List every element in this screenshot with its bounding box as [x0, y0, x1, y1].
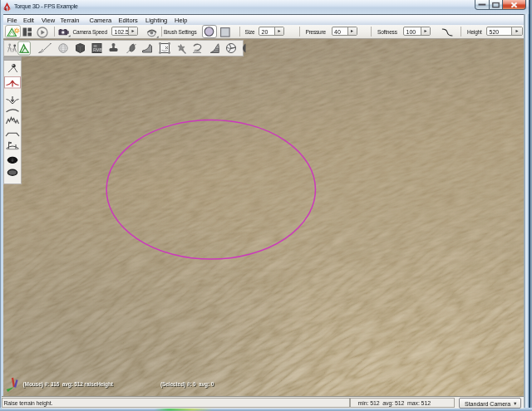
svg-text:RMB: RMB: [93, 46, 103, 51]
